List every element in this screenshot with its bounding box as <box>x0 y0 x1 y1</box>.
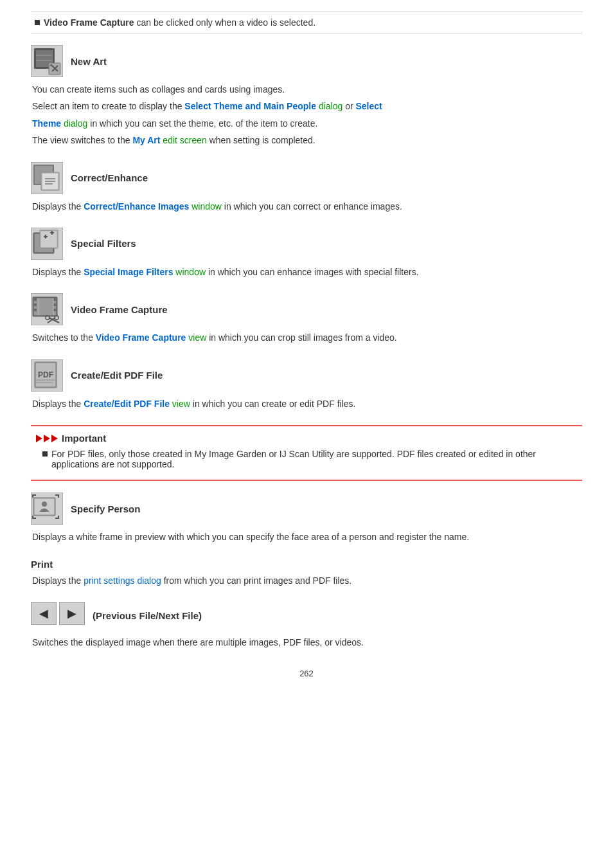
link-window-ce[interactable]: window <box>191 201 222 212</box>
link-window-sf[interactable]: window <box>175 267 206 277</box>
new-art-para2: Select an item to create to display the … <box>32 99 582 113</box>
page-number: 262 <box>31 669 582 678</box>
imp-arrow-3 <box>51 435 58 442</box>
specify-person-icon <box>31 493 63 525</box>
section-create-pdf-body: Displays the Create/Edit PDF File view i… <box>31 397 582 411</box>
imp-arrow-2 <box>44 435 50 442</box>
svg-rect-8 <box>50 64 52 66</box>
important-icon <box>36 435 58 442</box>
prev-file-button[interactable]: ◀ <box>31 602 57 625</box>
section-title-prev-next: (Previous File/Next File) <box>93 610 202 621</box>
link-correct-enhance-images[interactable]: Correct/Enhance Images <box>84 201 189 212</box>
prev-next-para: Switches the displayed image when there … <box>32 635 582 649</box>
section-prev-next-header: ◀ ▶ (Previous File/Next File) <box>31 602 582 630</box>
section-special-filters-header: Special Filters <box>31 228 582 260</box>
section-new-art-body: You can create items such as collages an… <box>31 82 582 148</box>
svg-rect-28 <box>34 298 56 315</box>
link-select-theme[interactable]: Select <box>355 101 382 111</box>
section-correct-enhance: Correct/Enhance Displays the Correct/Enh… <box>31 162 582 213</box>
important-box: Important For PDF files, only those crea… <box>31 425 582 481</box>
new-art-para1: You can create items such as collages an… <box>32 82 582 96</box>
next-file-button[interactable]: ▶ <box>59 602 85 625</box>
important-title: Important <box>62 433 106 444</box>
section-special-filters: Special Filters Displays the Special Ima… <box>31 228 582 279</box>
specify-person-para: Displays a white frame in preview with w… <box>32 530 582 544</box>
svg-rect-30 <box>34 303 37 306</box>
create-pdf-icon: PDF <box>31 359 63 392</box>
svg-text:PDF: PDF <box>38 370 53 379</box>
imp-arrow-1 <box>36 435 42 442</box>
link-my-art[interactable]: My Art <box>132 135 160 145</box>
link-view-pdf[interactable]: view <box>172 399 190 409</box>
section-prev-next-body: Switches the displayed image when there … <box>31 635 582 649</box>
link-select-theme-main[interactable]: Select Theme and Main People <box>184 101 316 111</box>
create-pdf-para: Displays the Create/Edit PDF File view i… <box>32 397 582 411</box>
section-title-video-frame: Video Frame Capture <box>71 304 168 315</box>
section-title-special-filters: Special Filters <box>71 238 136 249</box>
new-art-para3: The view switches to the My Art edit scr… <box>32 133 582 147</box>
correct-enhance-para: Displays the Correct/Enhance Images wind… <box>32 199 582 213</box>
section-specify-person: Specify Person Displays a white frame in… <box>31 493 582 544</box>
top-note-rest: can be clicked only when a video is sele… <box>136 17 315 28</box>
link-create-edit-pdf[interactable]: Create/Edit PDF File <box>84 399 170 409</box>
link-print-settings[interactable]: print settings dialog <box>84 575 161 586</box>
section-video-frame: Video Frame Capture Switches to the Vide… <box>31 293 582 345</box>
link-dialog1[interactable]: dialog <box>319 101 342 111</box>
svg-rect-32 <box>53 298 56 301</box>
new-art-para2b: Theme dialog in which you can set the th… <box>32 116 582 131</box>
correct-enhance-icon <box>31 162 63 194</box>
section-prev-next: ◀ ▶ (Previous File/Next File) Switches t… <box>31 602 582 649</box>
top-note-bold: Video Frame Capture <box>44 17 134 28</box>
link-edit-screen[interactable]: edit screen <box>163 135 206 145</box>
top-note-text: Video Frame Capture can be clicked only … <box>44 17 315 28</box>
section-correct-enhance-header: Correct/Enhance <box>31 162 582 194</box>
section-title-correct-enhance: Correct/Enhance <box>71 172 148 183</box>
link-view-vf[interactable]: view <box>188 332 206 343</box>
section-new-art-header: New Art <box>31 45 582 77</box>
svg-rect-31 <box>34 309 37 311</box>
section-title-specify-person: Specify Person <box>71 503 140 514</box>
important-item-1: For PDF files, only those created in My … <box>42 449 577 469</box>
video-frame-icon <box>31 293 63 325</box>
section-create-pdf-header: PDF Create/Edit PDF File <box>31 359 582 392</box>
print-para: Displays the print settings dialog from … <box>32 574 582 588</box>
section-new-art: New Art You can create items such as col… <box>31 45 582 148</box>
section-title-create-pdf: Create/Edit PDF File <box>71 370 163 381</box>
svg-rect-21 <box>41 231 57 247</box>
section-create-pdf: PDF Create/Edit PDF File Displays the Cr… <box>31 359 582 411</box>
section-video-frame-header: Video Frame Capture <box>31 293 582 325</box>
section-video-frame-body: Switches to the Video Frame Capture view… <box>31 330 582 345</box>
section-special-filters-body: Displays the Special Image Filters windo… <box>31 265 582 279</box>
important-content: For PDF files, only those created in My … <box>36 449 577 469</box>
svg-rect-29 <box>34 298 37 301</box>
svg-point-50 <box>42 502 47 507</box>
top-note: Video Frame Capture can be clicked only … <box>31 12 582 33</box>
section-print-body: Displays the print settings dialog from … <box>31 574 582 588</box>
link-theme[interactable]: Theme <box>32 118 61 129</box>
important-item-text: For PDF files, only those created in My … <box>51 449 577 469</box>
video-frame-para: Switches to the Video Frame Capture view… <box>32 330 582 345</box>
important-bullet <box>42 451 48 457</box>
link-video-frame-capture[interactable]: Video Frame Capture <box>96 332 186 343</box>
section-title-new-art: New Art <box>71 56 107 67</box>
link-special-image-filters[interactable]: Special Image Filters <box>84 267 173 277</box>
section-print: Print Displays the print settings dialog… <box>31 559 582 588</box>
page-content: Video Frame Capture can be clicked only … <box>0 0 613 868</box>
print-title: Print <box>31 559 582 570</box>
link-dialog2[interactable]: dialog <box>64 118 87 129</box>
new-art-icon <box>31 45 63 77</box>
section-correct-enhance-body: Displays the Correct/Enhance Images wind… <box>31 199 582 213</box>
bullet-icon <box>35 20 40 25</box>
nav-icons: ◀ ▶ <box>31 602 85 625</box>
section-specify-person-header: Specify Person <box>31 493 582 525</box>
svg-rect-33 <box>53 303 56 306</box>
svg-rect-34 <box>53 309 56 311</box>
important-header: Important <box>36 433 577 444</box>
section-specify-person-body: Displays a white frame in preview with w… <box>31 530 582 544</box>
special-filters-para: Displays the Special Image Filters windo… <box>32 265 582 279</box>
special-filters-icon <box>31 228 63 260</box>
